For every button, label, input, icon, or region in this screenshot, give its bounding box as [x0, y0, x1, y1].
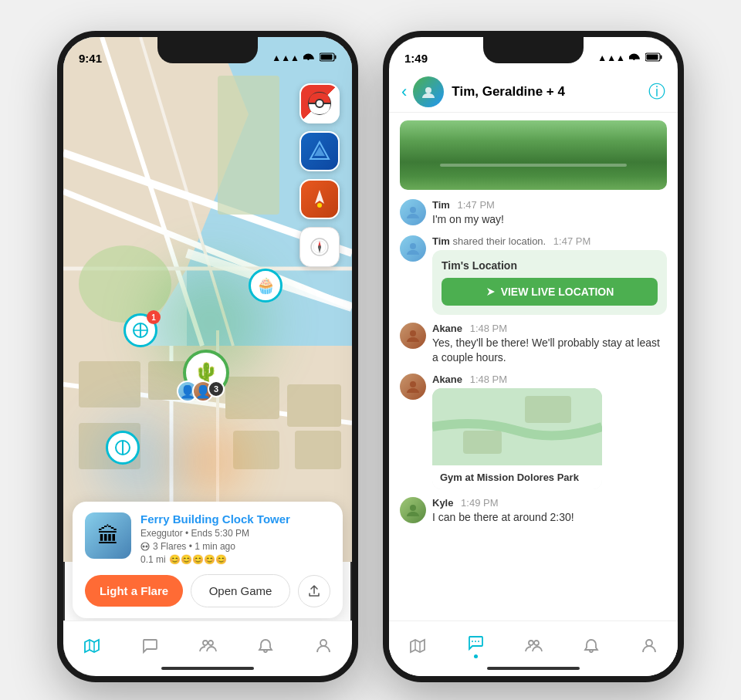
wifi-icon	[303, 52, 316, 64]
nav-map[interactable]	[83, 637, 101, 655]
gym-map-preview	[432, 388, 602, 465]
home-indicator-2	[487, 667, 580, 670]
back-button[interactable]: ‹	[401, 82, 407, 102]
message-akane-gym: Akane 1:48 PM	[400, 374, 667, 489]
gym-marker-main[interactable]: 🌵 👤 👤 3	[183, 350, 229, 396]
status-time-map: 9:41	[79, 52, 102, 65]
svg-point-27	[317, 101, 322, 106]
chat-title: Tim, Geraldine + 4	[452, 84, 648, 100]
player-count: 3	[208, 380, 225, 397]
pokestop-cupcake[interactable]: 🧁	[249, 269, 283, 303]
svg-point-64	[410, 505, 416, 511]
svg-point-57	[410, 381, 416, 387]
svg-point-54	[410, 243, 416, 249]
tim-message-1-content: Tim 1:47 PM I'm on my way!	[432, 199, 667, 228]
tim-avatar-2	[400, 235, 426, 262]
chat-group-photo	[400, 120, 667, 190]
status-icons-chat: ▲▲▲	[597, 52, 662, 64]
view-live-location-button[interactable]: VIEW LIVE LOCATION	[442, 278, 658, 306]
svg-rect-60	[463, 431, 502, 454]
battery-icon	[320, 52, 337, 64]
signal-icon: ▲▲▲	[272, 52, 299, 63]
svg-point-76	[646, 640, 652, 646]
ingress-icon[interactable]	[299, 131, 340, 171]
svg-rect-51	[661, 55, 662, 59]
pokestop-marker-2[interactable]	[106, 431, 140, 465]
phone-map: 9:41 ▲▲▲	[57, 31, 358, 682]
message-tim-1: Tim 1:47 PM I'm on my way!	[400, 199, 667, 228]
svg-point-43	[146, 546, 148, 548]
light-flare-button[interactable]: Light a Flare	[85, 575, 183, 607]
svg-rect-21	[295, 431, 341, 469]
location-share-title: Tim's Location	[442, 259, 658, 272]
chat-header: ‹ Tim, Geraldine + 4 ⓘ	[389, 71, 678, 113]
svg-point-75	[534, 641, 539, 645]
card-info: Ferry Building Clock Tower Exeggutor • E…	[140, 512, 330, 565]
akane-message-1-content: Akane 1:48 PM Yes, they'll be there! We'…	[432, 323, 667, 366]
active-dot-chat	[474, 654, 478, 658]
svg-point-74	[529, 641, 533, 645]
heatmap-red	[171, 423, 249, 500]
nav-map-chat[interactable]	[408, 637, 427, 655]
svg-point-73	[478, 641, 479, 642]
card-thumbnail: 🏛	[85, 512, 131, 559]
kyle-message-content: Kyle 1:49 PM I can be there at around 2:…	[432, 497, 667, 526]
svg-marker-55	[487, 288, 495, 296]
open-game-button[interactable]: Open Game	[191, 574, 290, 607]
signal-icon-2: ▲▲▲	[597, 52, 625, 63]
gym-map-label: Gym at Mission Dolores Park	[432, 465, 602, 489]
svg-rect-59	[525, 396, 571, 423]
share-button[interactable]	[298, 575, 330, 607]
home-indicator-1	[161, 667, 254, 670]
location-card: 🏛 Ferry Building Clock Tower Exeggutor •…	[73, 502, 343, 618]
svg-rect-2	[335, 55, 337, 59]
svg-rect-15	[79, 361, 140, 407]
pokestop-marker-1[interactable]: 1	[124, 313, 157, 347]
svg-point-47	[208, 641, 213, 645]
card-flares: 3 Flares • 1 min ago	[140, 541, 330, 552]
akane-avatar-1	[400, 323, 426, 349]
nav-profile-chat[interactable]	[640, 637, 658, 655]
wizards-icon[interactable]	[299, 179, 340, 219]
svg-rect-50	[647, 54, 658, 59]
card-title: Ferry Building Clock Tower	[140, 512, 330, 526]
nav-friends-chat[interactable]	[524, 637, 543, 655]
tim-avatar-1	[400, 199, 426, 225]
pokemongo-icon[interactable]	[299, 83, 340, 123]
svg-point-42	[143, 546, 145, 548]
akane-avatar-2	[400, 374, 426, 400]
chat-content: ‹ Tim, Geraldine + 4 ⓘ	[389, 37, 678, 676]
card-header: 🏛 Ferry Building Clock Tower Exeggutor •…	[85, 512, 330, 565]
message-kyle: Kyle 1:49 PM I can be there at around 2:…	[400, 497, 667, 526]
card-buttons: Light a Flare Open Game	[85, 574, 330, 607]
svg-point-72	[475, 641, 476, 642]
nav-friends-map[interactable]	[198, 637, 217, 655]
app-container: 9:41 ▲▲▲	[26, 0, 715, 700]
kyle-avatar	[400, 497, 426, 523]
nav-chat-chat[interactable]	[466, 634, 485, 658]
status-icons-map: ▲▲▲	[272, 52, 337, 64]
phone-chat: 1:49 ▲▲▲ ‹ Ti	[383, 31, 684, 682]
svg-point-30	[317, 203, 322, 208]
nav-profile-map[interactable]	[314, 637, 333, 655]
notch	[157, 37, 258, 63]
nav-notifications-chat[interactable]	[582, 637, 601, 655]
message-tim-location: Tim shared their location. 1:47 PM Tim's…	[400, 235, 667, 315]
svg-point-56	[410, 330, 416, 336]
svg-point-35	[318, 245, 321, 249]
gym-map-card[interactable]: Gym at Mission Dolores Park	[432, 388, 602, 489]
nav-chat-map-phone[interactable]	[140, 637, 159, 655]
akane-gym-content: Akane 1:48 PM	[432, 374, 667, 489]
map-content: 1 🧁 🌵 👤 👤 3	[63, 37, 352, 676]
svg-point-46	[203, 641, 208, 645]
notch-2	[483, 37, 584, 63]
svg-rect-1	[321, 54, 333, 59]
svg-point-48	[320, 640, 327, 646]
nav-notifications-map[interactable]	[256, 637, 275, 655]
chat-messages[interactable]: Tim 1:47 PM I'm on my way! Tim sha	[389, 113, 678, 630]
svg-point-71	[472, 641, 473, 642]
message-akane-1: Akane 1:48 PM Yes, they'll be there! We'…	[400, 323, 667, 366]
info-button[interactable]: ⓘ	[648, 80, 665, 103]
compass-icon[interactable]	[299, 227, 340, 267]
svg-rect-22	[218, 76, 279, 215]
